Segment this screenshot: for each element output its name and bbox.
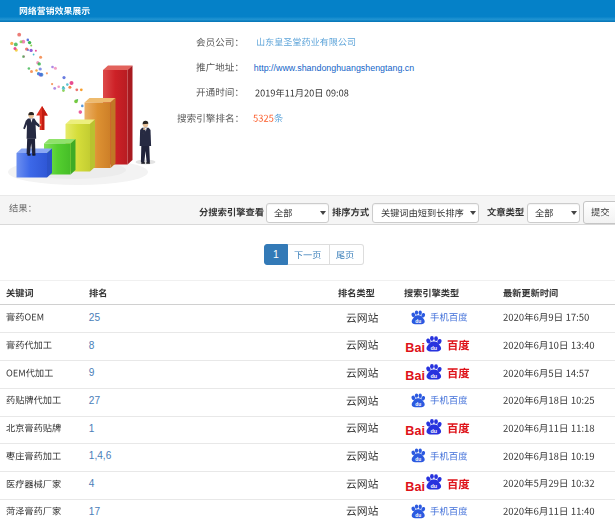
svg-text:du: du [415,319,421,324]
svg-text:du: du [415,513,421,518]
svg-text:du: du [415,402,421,407]
svg-text:du: du [430,345,437,351]
svg-text:du: du [415,457,421,462]
svg-text:du: du [430,484,437,490]
svg-text:du: du [430,428,437,434]
svg-text:du: du [430,373,437,379]
